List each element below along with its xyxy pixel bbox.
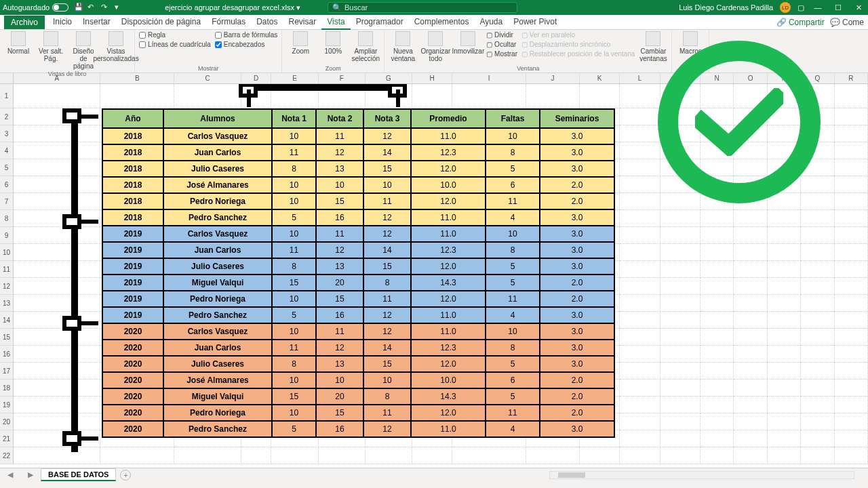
ribbon-tab[interactable]: Inicio	[47, 15, 77, 30]
table-cell[interactable]: 2019	[102, 258, 163, 274]
table-cell[interactable]: 11.0	[411, 421, 486, 437]
window-button[interactable]: Organizar todo	[421, 31, 450, 62]
ribbon-display-icon[interactable]: ▢	[797, 3, 804, 12]
table-header-cell[interactable]: Año	[102, 109, 163, 128]
table-cell[interactable]: Julio Caseres	[163, 258, 272, 274]
table-cell[interactable]: 12.0	[411, 356, 486, 372]
view-button[interactable]: Vistas personalizadas	[102, 31, 130, 62]
table-cell[interactable]: 10	[486, 226, 540, 242]
row-header[interactable]: 12	[0, 278, 14, 295]
zoom-button[interactable]: Ampliar selección	[351, 31, 380, 62]
table-cell[interactable]: 5	[486, 356, 540, 372]
row-header[interactable]: 6	[0, 176, 14, 193]
ribbon-tab[interactable]: Complementos	[409, 15, 475, 30]
row-header[interactable]: 3	[0, 125, 14, 142]
table-cell[interactable]: 15	[363, 356, 411, 372]
column-header[interactable]: I	[452, 73, 526, 83]
table-cell[interactable]: 15	[363, 258, 411, 274]
table-cell[interactable]: 3.0	[540, 226, 614, 242]
table-cell[interactable]: 10	[272, 372, 316, 388]
table-header-cell[interactable]: Promedio	[411, 109, 486, 128]
table-cell[interactable]: 10	[486, 323, 540, 340]
table-cell[interactable]: 15	[272, 388, 316, 405]
table-cell[interactable]: Miguel Valqui	[163, 388, 272, 405]
table-cell[interactable]: 8	[486, 242, 540, 258]
table-cell[interactable]: 3.0	[540, 340, 614, 356]
table-cell[interactable]: 11	[363, 405, 411, 421]
table-header-cell[interactable]: Faltas	[486, 109, 540, 128]
table-cell[interactable]: 10	[272, 405, 316, 421]
table-cell[interactable]: 11.0	[411, 307, 486, 323]
redo-icon[interactable]: ↷	[101, 3, 111, 12]
table-cell[interactable]: Juan Carlos	[163, 340, 272, 356]
row-header[interactable]: 18	[0, 380, 14, 396]
column-header[interactable]: E	[271, 73, 318, 83]
table-cell[interactable]: 12	[316, 340, 363, 356]
table-cell[interactable]: 3.0	[540, 421, 614, 437]
row-header[interactable]: 11	[0, 261, 14, 278]
table-header-cell[interactable]: Nota 1	[272, 109, 316, 128]
sheet-nav-prev[interactable]: ◀	[7, 470, 13, 479]
table-cell[interactable]: 10	[363, 372, 411, 388]
zoom-button[interactable]: Zoom	[286, 31, 315, 55]
table-cell[interactable]: 11	[316, 226, 363, 242]
table-cell[interactable]: 11	[272, 144, 316, 161]
show-option[interactable]: Encabezados	[215, 41, 277, 48]
table-cell[interactable]: 5	[486, 388, 540, 405]
table-cell[interactable]: 10	[363, 177, 411, 193]
table-cell[interactable]: 2020	[102, 356, 163, 372]
table-cell[interactable]: 15	[316, 405, 363, 421]
table-cell[interactable]: 10	[486, 128, 540, 144]
column-header[interactable]: C	[174, 73, 241, 83]
table-cell[interactable]: 15	[363, 161, 411, 177]
table-cell[interactable]: 12	[363, 307, 411, 323]
table-cell[interactable]: 2020	[102, 388, 163, 405]
table-cell[interactable]: 3.0	[540, 307, 614, 323]
row-header[interactable]: 7	[0, 193, 14, 210]
table-cell[interactable]: 15	[272, 274, 316, 291]
table-cell[interactable]: 11	[363, 291, 411, 307]
column-header[interactable]: F	[319, 73, 366, 83]
column-header[interactable]: D	[241, 73, 271, 83]
table-cell[interactable]: 4	[486, 421, 540, 437]
table-cell[interactable]: 2.0	[540, 274, 614, 291]
table-cell[interactable]: Carlos Vasquez	[163, 323, 272, 340]
table-cell[interactable]: 2018	[102, 177, 163, 193]
table-cell[interactable]: 11.0	[411, 323, 486, 340]
table-cell[interactable]: 15	[316, 193, 363, 209]
table-cell[interactable]: 11	[363, 193, 411, 209]
table-cell[interactable]: 10	[272, 177, 316, 193]
table-cell[interactable]: 8	[272, 356, 316, 372]
show-option[interactable]: Regla	[139, 31, 211, 39]
table-cell[interactable]: 2020	[102, 421, 163, 437]
view-button[interactable]: Ver salt. Pág.	[37, 31, 65, 62]
table-cell[interactable]: 12	[363, 323, 411, 340]
window-button[interactable]: Inmovilizar	[454, 31, 482, 62]
ribbon-tab[interactable]: Datos	[251, 15, 283, 30]
table-cell[interactable]: 2019	[102, 291, 163, 307]
table-cell[interactable]: 4	[486, 307, 540, 323]
table-cell[interactable]: 16	[316, 421, 363, 437]
table-cell[interactable]: Pedro Sanchez	[163, 209, 272, 226]
table-cell[interactable]: 12.0	[411, 291, 486, 307]
share-button[interactable]: 🔗 Compartir	[776, 18, 825, 27]
column-header[interactable]: R	[835, 73, 868, 83]
table-cell[interactable]: 12	[363, 209, 411, 226]
table-header-cell[interactable]: Nota 3	[363, 109, 411, 128]
table-cell[interactable]: 2019	[102, 242, 163, 258]
table-cell[interactable]: 3.0	[540, 323, 614, 340]
table-cell[interactable]: 8	[363, 274, 411, 291]
table-cell[interactable]: José Almanares	[163, 177, 272, 193]
row-header[interactable]: 17	[0, 363, 14, 380]
table-cell[interactable]: Julio Caseres	[163, 356, 272, 372]
table-cell[interactable]: Pedro Sanchez	[163, 307, 272, 323]
select-all-cell[interactable]	[0, 73, 14, 84]
table-cell[interactable]: 16	[316, 307, 363, 323]
table-cell[interactable]: Pedro Noriega	[163, 405, 272, 421]
table-cell[interactable]: 10	[316, 372, 363, 388]
table-cell[interactable]: 2018	[102, 161, 163, 177]
table-cell[interactable]: 11.0	[411, 128, 486, 144]
column-header[interactable]: B	[100, 73, 174, 83]
table-cell[interactable]: 12.3	[411, 340, 486, 356]
row-header[interactable]: 2	[0, 108, 14, 125]
